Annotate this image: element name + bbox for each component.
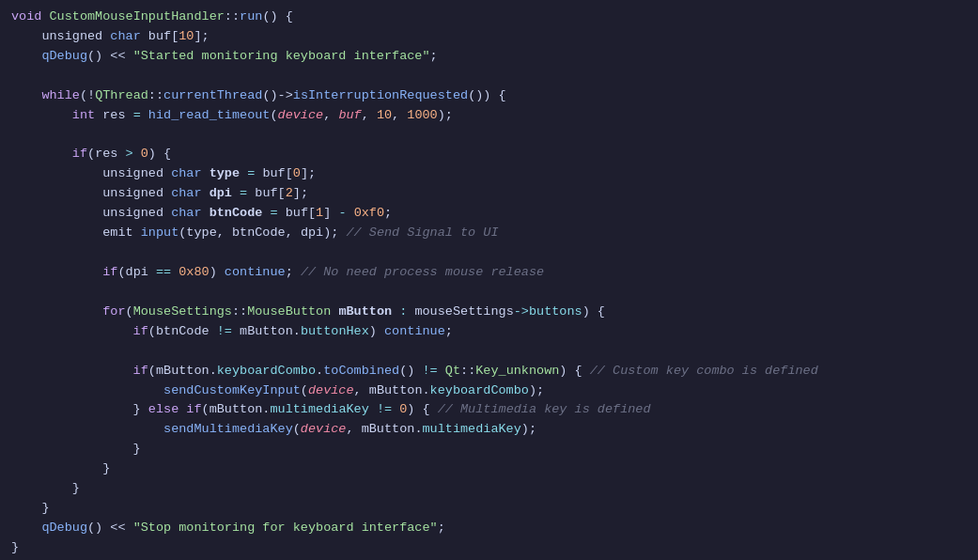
token: dpi (210, 184, 232, 204)
token: } (11, 479, 80, 499)
token: input (141, 224, 179, 243)
token: , (346, 420, 361, 440)
token: CustomMouseInputHandler (50, 8, 225, 27)
token: :: (232, 303, 247, 322)
token: emit (11, 224, 141, 243)
token: = (262, 204, 285, 224)
token: char (110, 27, 148, 47)
token: () (399, 362, 422, 381)
token: device (308, 381, 354, 401)
token: [ (308, 204, 316, 224)
code-line: } (0, 440, 978, 459)
token: Qt (445, 362, 460, 381)
token: mButton. (156, 362, 217, 381)
token: MouseButton (247, 303, 338, 322)
token: void (11, 8, 50, 27)
token: ( (179, 224, 186, 243)
token: . (316, 362, 323, 381)
token: char (171, 184, 210, 204)
token: ( (270, 106, 277, 126)
token: buf (262, 164, 285, 184)
code-line: unsigned char dpi = buf[2]; (0, 184, 978, 204)
token: // Send Signal to UI (347, 224, 499, 243)
code-line: qDebug() << "Stop monitoring for keyboar… (0, 519, 978, 538)
code-line (0, 243, 978, 263)
code-line: unsigned char buf[10]; (0, 27, 978, 47)
code-line: emit input(type, btnCode, dpi); // Send … (0, 224, 978, 243)
code-line: } (0, 499, 978, 519)
token: keyboardCombo (217, 362, 316, 381)
token: != (377, 400, 399, 420)
token: 1000 (407, 106, 437, 126)
token: if (11, 322, 148, 342)
code-line (0, 342, 978, 362)
token: ] (323, 204, 338, 224)
token: run (240, 8, 262, 27)
token: () << (87, 47, 133, 67)
token: ; (445, 322, 453, 342)
token: ); (323, 224, 346, 243)
token: for (11, 303, 126, 322)
code-line (0, 67, 978, 86)
token: ( (117, 263, 125, 283)
code-line: if(res > 0) { (0, 145, 978, 164)
token: != (217, 322, 240, 342)
token: continue (225, 263, 286, 283)
code-line: for(MouseSettings::MouseButton mButton :… (0, 303, 978, 322)
token: ( (87, 145, 95, 164)
token: else if (148, 400, 202, 420)
token: ; (384, 204, 392, 224)
token: () { (262, 8, 292, 27)
token: device (278, 106, 324, 126)
token: ( (148, 322, 156, 342)
token: char (171, 164, 210, 184)
token: : (392, 303, 414, 322)
token: -> (514, 303, 529, 322)
token: 0 (399, 400, 407, 420)
token: qDebug (11, 47, 87, 67)
token: if (11, 145, 87, 164)
token: type, btnCode, dpi (186, 224, 323, 243)
token: 2 (286, 184, 293, 204)
token: toCombined (323, 362, 399, 381)
token: ) { (582, 303, 605, 322)
token: , (323, 106, 338, 126)
token: ) { (407, 400, 437, 420)
token: unsigned (11, 164, 171, 184)
token: buf (148, 27, 171, 47)
token: multimediaKey (422, 420, 520, 440)
token: () << (87, 519, 133, 538)
token: } (11, 400, 148, 420)
token: sendCustomKeyInput (11, 381, 301, 401)
token: mButton. (240, 322, 301, 342)
token: dpi (126, 263, 156, 283)
token: int (11, 106, 102, 126)
token: res (95, 145, 125, 164)
token: mButton (338, 303, 392, 322)
token: // No need process mouse release (301, 263, 544, 283)
token: currentThread (163, 86, 262, 106)
token: isInterruptionRequested (293, 86, 468, 106)
token: keyboardCombo (430, 381, 529, 401)
code-line: void CustomMouseInputHandler::run() { (0, 8, 978, 27)
token: // Custom key combo is defined (590, 362, 818, 381)
token: type (210, 164, 240, 184)
token: continue (384, 322, 445, 342)
token: QThread (95, 86, 148, 106)
token: ); (529, 381, 544, 401)
code-line: } (0, 538, 978, 558)
code-line: while(!QThread::currentThread()->isInter… (0, 86, 978, 106)
token: unsigned (11, 204, 171, 224)
token: qDebug (11, 519, 87, 538)
token: unsigned (11, 27, 110, 47)
token: == (156, 263, 179, 283)
token: , (392, 106, 407, 126)
code-line: int res = hid_read_timeout(device, buf, … (0, 106, 978, 126)
token: } (11, 499, 50, 519)
token: :: (460, 362, 475, 381)
token: ]; (194, 27, 209, 47)
token: ); (521, 420, 536, 440)
token: > (126, 145, 141, 164)
code-line: unsigned char type = buf[0]; (0, 164, 978, 184)
code-editor: void CustomMouseInputHandler::run() { un… (0, 0, 978, 560)
